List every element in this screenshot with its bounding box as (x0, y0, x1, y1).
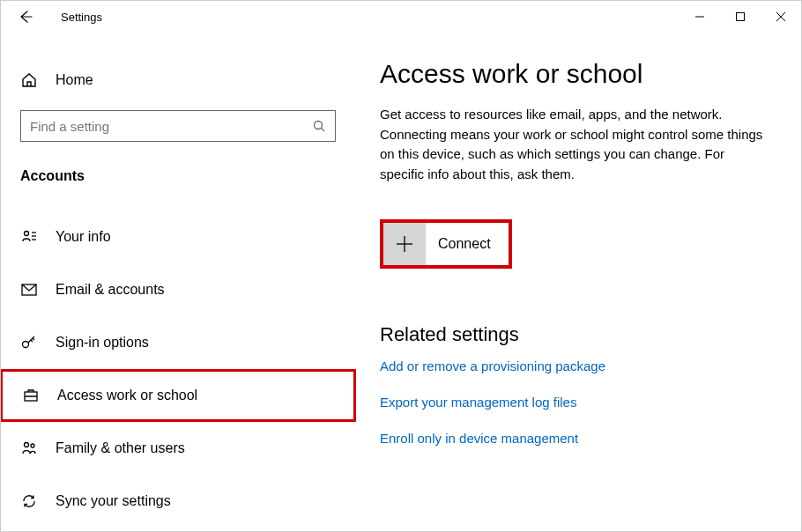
briefcase-icon (22, 387, 41, 404)
svg-point-11 (23, 342, 29, 348)
page-description: Get access to resources like email, apps… (380, 105, 768, 184)
your-info-icon (20, 228, 40, 246)
nav-email-accounts[interactable]: Email & accounts (1, 263, 355, 316)
nav-label: Sign-in options (56, 335, 149, 351)
home-nav[interactable]: Home (1, 59, 355, 101)
search-icon (312, 119, 326, 133)
nav-sync-settings[interactable]: Sync your settings (1, 475, 355, 528)
nav-label: Access work or school (57, 388, 197, 403)
minimize-button[interactable] (679, 1, 720, 33)
link-provisioning-package[interactable]: Add or remove a provisioning package (380, 358, 776, 373)
nav-label: Family & other users (56, 440, 185, 456)
page-heading: Access work or school (380, 59, 776, 89)
main-panel: Access work or school Get access to reso… (355, 33, 801, 531)
category-heading: Accounts (20, 168, 355, 184)
nav-label: Email & accounts (56, 282, 165, 298)
home-label: Home (56, 72, 93, 88)
sidebar: Home Accounts (1, 33, 355, 531)
svg-point-14 (31, 444, 34, 447)
search-box[interactable] (20, 110, 336, 142)
svg-rect-1 (737, 13, 745, 21)
nav-label: Sync your settings (56, 493, 171, 509)
back-button[interactable] (10, 1, 41, 33)
email-icon (20, 281, 40, 299)
connect-label: Connect (438, 236, 498, 252)
sync-icon (20, 492, 40, 510)
link-export-log-files[interactable]: Export your management log files (380, 395, 776, 410)
svg-point-6 (25, 232, 29, 236)
connect-button[interactable]: Connect (380, 219, 512, 269)
search-input[interactable] (30, 119, 312, 134)
title-bar: Settings (1, 1, 801, 33)
maximize-button[interactable] (720, 1, 761, 33)
nav-sign-in-options[interactable]: Sign-in options (1, 316, 355, 369)
home-icon (20, 71, 40, 89)
nav-label: Your info (56, 229, 111, 245)
nav-your-info[interactable]: Your info (1, 211, 355, 263)
key-icon (20, 334, 40, 351)
plus-icon (383, 223, 426, 265)
related-settings-heading: Related settings (380, 323, 776, 346)
window-title: Settings (61, 11, 102, 24)
nav-family-users[interactable]: Family & other users (1, 422, 355, 475)
svg-point-13 (25, 443, 29, 447)
svg-line-5 (322, 129, 325, 132)
svg-point-4 (315, 122, 323, 129)
close-button[interactable] (761, 1, 801, 33)
nav-access-work-school[interactable]: Access work or school (1, 369, 356, 422)
family-icon (20, 440, 40, 457)
link-enroll-device-management[interactable]: Enroll only in device management (380, 431, 776, 446)
